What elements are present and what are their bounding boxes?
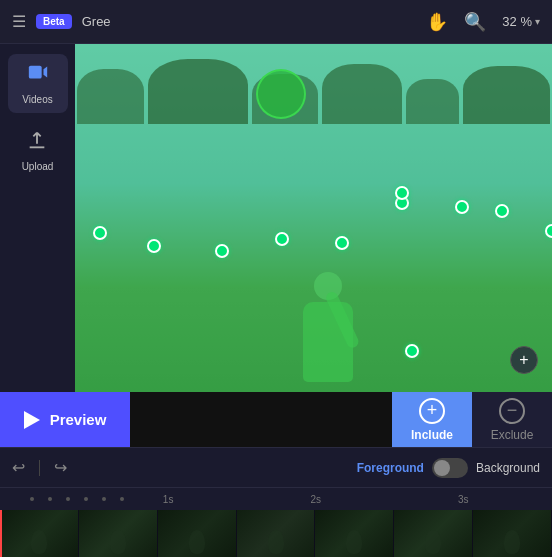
background-label: Background — [476, 461, 540, 475]
thumb-cell-6 — [394, 510, 473, 557]
thumb-cell-7 — [473, 510, 552, 557]
divider — [39, 460, 40, 476]
thumb-cell-4 — [237, 510, 316, 557]
redo-button[interactable]: ↪ — [54, 458, 67, 477]
ruler-dot — [48, 497, 52, 501]
ruler-dot — [66, 497, 70, 501]
mask-dot-2[interactable] — [147, 239, 161, 253]
mask-dot-8[interactable] — [395, 186, 409, 200]
bottom-toolbar: Preview + Include − Exclude — [0, 392, 552, 447]
zoom-control[interactable]: 32 % ▾ — [502, 14, 540, 29]
ruler-label-1s: 1s — [163, 494, 174, 505]
beta-badge: Beta — [36, 14, 72, 29]
ruler-dot — [120, 497, 124, 501]
sidebar-item-videos[interactable]: Videos — [8, 54, 68, 113]
main-content: Videos Upload — [0, 44, 552, 392]
hand-tool-icon[interactable]: ✋ — [426, 11, 448, 33]
search-icon[interactable]: 🔍 — [464, 11, 486, 33]
playhead[interactable] — [0, 510, 2, 557]
canvas-image: + — [75, 44, 552, 392]
timeline: 1s 2s 3s — [0, 487, 552, 557]
mask-dot-1[interactable] — [93, 226, 107, 240]
mask-dot-4[interactable] — [275, 232, 289, 246]
mask-dot-3[interactable] — [215, 244, 229, 258]
add-point-button[interactable]: + — [510, 346, 538, 374]
thumb-cell-5 — [315, 510, 394, 557]
thumb-cell-3 — [158, 510, 237, 557]
ruler-dot — [102, 497, 106, 501]
mask-dot-7[interactable] — [455, 200, 469, 214]
ruler-label-3s: 3s — [458, 494, 469, 505]
undo-button[interactable]: ↩ — [12, 458, 25, 477]
mask-dot-5[interactable] — [335, 236, 349, 250]
topbar-icons: ✋ 🔍 32 % ▾ — [426, 11, 540, 33]
upload-icon — [26, 129, 48, 157]
ruler-dot — [84, 497, 88, 501]
preview-button[interactable]: Preview — [0, 392, 130, 447]
fg-bg-switch[interactable] — [432, 458, 468, 478]
ball-shape — [256, 69, 306, 119]
mask-dot-11[interactable] — [405, 344, 419, 358]
canvas-area: + — [75, 44, 552, 392]
ruler-dot — [30, 497, 34, 501]
mask-dot-9[interactable] — [495, 204, 509, 218]
thumbnail-strip — [0, 510, 552, 557]
include-label: Include — [411, 428, 453, 442]
foreground-label: Foreground — [357, 461, 424, 475]
timeline-track[interactable] — [0, 510, 552, 557]
svg-marker-1 — [43, 67, 47, 78]
play-icon — [24, 411, 40, 429]
ruler-marks: 1s 2s 3s — [30, 497, 522, 501]
zoom-dropdown-icon: ▾ — [535, 16, 540, 27]
menu-icon[interactable]: ☰ — [12, 12, 26, 31]
fg-bg-bar: ↩ ↪ Foreground Background — [0, 447, 552, 487]
toggle-knob — [434, 460, 450, 476]
thumb-cell-2 — [79, 510, 158, 557]
upload-label: Upload — [22, 161, 54, 172]
foreground-background-toggle: Foreground Background — [357, 458, 540, 478]
sidebar: Videos Upload — [0, 44, 75, 392]
zoom-value: 32 % — [502, 14, 532, 29]
timeline-ruler: 1s 2s 3s — [0, 488, 552, 510]
videos-icon — [27, 62, 49, 90]
person-silhouette — [303, 272, 353, 382]
sidebar-item-upload[interactable]: Upload — [10, 121, 66, 180]
videos-label: Videos — [22, 94, 52, 105]
thumb-cell-1 — [0, 510, 79, 557]
include-icon: + — [419, 398, 445, 424]
exclude-label: Exclude — [491, 428, 534, 442]
background-trees — [75, 54, 552, 124]
project-name: Gree — [82, 14, 417, 29]
mask-dot-10[interactable] — [545, 224, 552, 238]
exclude-button[interactable]: − Exclude — [472, 392, 552, 447]
svg-rect-0 — [28, 66, 41, 79]
undo-redo-controls: ↩ ↪ — [12, 458, 67, 477]
include-button[interactable]: + Include — [392, 392, 472, 447]
preview-label: Preview — [50, 411, 107, 428]
exclude-icon: − — [499, 398, 525, 424]
topbar: ☰ Beta Gree ✋ 🔍 32 % ▾ — [0, 0, 552, 44]
ruler-label-2s: 2s — [310, 494, 321, 505]
